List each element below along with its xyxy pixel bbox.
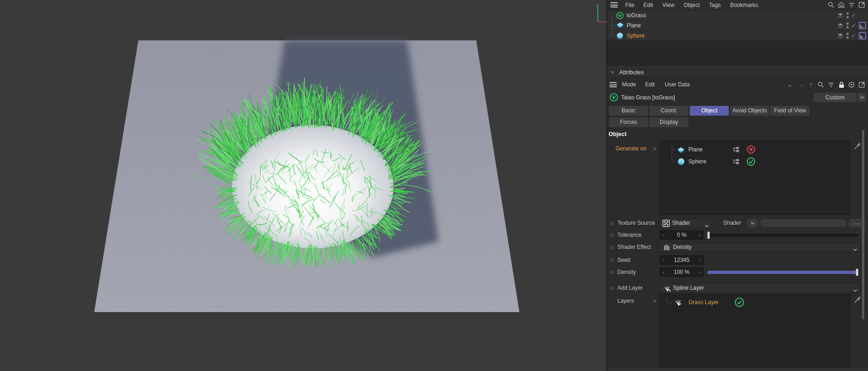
object-row-tograss[interactable]: toGrass ✓ (607, 10, 868, 20)
shader-field-label: Shader (723, 218, 741, 228)
popout-window-icon[interactable] (858, 1, 865, 8)
chevron-down-icon[interactable] (858, 93, 866, 102)
tab-field-of-view[interactable]: Field of View (771, 106, 810, 116)
object-label[interactable]: Plane (627, 20, 641, 31)
shader-link-field[interactable] (760, 219, 847, 227)
attributes-scrollbar[interactable] (862, 130, 864, 319)
expand-arrow-icon[interactable]: > (653, 296, 656, 306)
visibility-dots-icon[interactable] (846, 22, 849, 29)
layers-listbox[interactable]: Grass Layer (660, 294, 850, 368)
tab-display[interactable]: Display (649, 117, 688, 127)
menu-bookmarks[interactable]: Bookmarks (725, 0, 763, 10)
menu-object[interactable]: Object (679, 0, 705, 10)
shader-chevron-button[interactable] (746, 219, 758, 228)
texture-source-dropdown[interactable]: Shader (660, 218, 712, 228)
history-forward-icon[interactable]: → (797, 81, 804, 88)
keyframe-diamond-icon[interactable]: ◇ (610, 255, 614, 265)
density-slider[interactable] (707, 271, 858, 274)
increment-icon[interactable]: › (699, 231, 700, 239)
add-layer-dropdown[interactable]: Spline Layer (660, 283, 861, 293)
menu-view[interactable]: View (658, 0, 679, 10)
home-icon[interactable] (838, 1, 845, 8)
increment-icon[interactable]: › (699, 268, 700, 276)
keyframe-diamond-icon[interactable]: ◇ (610, 218, 614, 228)
history-back-icon[interactable]: ← (787, 81, 794, 88)
tolerance-slider[interactable] (707, 234, 858, 237)
layer-item-name[interactable]: Grass Layer (688, 296, 719, 308)
application-window: y File Edit View Object Tags Bookmarks (0, 0, 868, 371)
attr-menu-edit[interactable]: Edit (645, 78, 655, 91)
density-value[interactable]: 100 % (660, 268, 703, 276)
shader-effect-dropdown[interactable]: Density (660, 242, 861, 252)
layers-icon[interactable] (836, 22, 844, 30)
hierarchy-mode-icon[interactable] (732, 146, 740, 155)
hamburger-menu-icon[interactable] (610, 2, 618, 7)
search-icon[interactable] (817, 81, 825, 88)
included-status-icon[interactable] (734, 297, 745, 309)
seed-spinner[interactable]: ‹ 12345 › (660, 255, 704, 265)
tab-avoid-objects[interactable]: Avoid Objects (730, 106, 769, 116)
parent-up-icon[interactable]: ↑ (807, 81, 815, 88)
eyedropper-icon[interactable] (853, 142, 862, 150)
phong-tag-icon[interactable] (858, 32, 867, 40)
tab-basic[interactable]: Basic (609, 106, 648, 116)
generate-on-item-name[interactable]: Sphere (688, 156, 706, 168)
search-icon[interactable] (828, 1, 835, 8)
generate-on-item-sphere[interactable]: Sphere (660, 156, 850, 168)
phong-tag-icon[interactable] (858, 21, 867, 30)
popout-window-icon[interactable] (858, 81, 866, 88)
add-layer-value: Spline Layer (673, 284, 704, 293)
enabled-check-icon[interactable]: ✓ (850, 33, 857, 39)
seed-value[interactable]: 12345 (660, 256, 703, 264)
seed-label: Seed (617, 255, 630, 265)
generate-on-label[interactable]: Generate on (615, 144, 647, 153)
layers-icon[interactable] (836, 12, 844, 20)
target-icon[interactable] (848, 81, 855, 88)
scene-render (0, 0, 607, 371)
chevron-down-icon (853, 246, 857, 253)
generate-on-item-plane[interactable]: Plane (660, 143, 850, 156)
tolerance-spinner[interactable]: ‹ 0 % › (660, 230, 704, 240)
menu-edit[interactable]: Edit (639, 0, 658, 10)
preset-select[interactable]: Custom (814, 93, 856, 102)
density-spinner[interactable]: ‹ 100 % › (660, 267, 704, 277)
tolerance-value[interactable]: 0 % (660, 231, 703, 239)
enabled-check-icon[interactable]: ✓ (850, 22, 857, 29)
object-row-sphere[interactable]: Sphere ✓ (607, 31, 868, 41)
tab-object[interactable]: Object (690, 106, 729, 116)
included-status-icon[interactable] (746, 157, 756, 168)
density-label: Density (617, 267, 636, 277)
object-label-selected[interactable]: Sphere (627, 31, 645, 41)
attributes-hamburger-icon[interactable] (609, 82, 617, 87)
keyframe-diamond-icon[interactable]: ◇ (610, 242, 614, 252)
close-icon[interactable]: × (611, 67, 614, 78)
layers-icon[interactable] (836, 32, 844, 40)
eyedropper-icon[interactable] (853, 296, 862, 304)
menu-tags[interactable]: Tags (705, 0, 725, 10)
enabled-check-icon[interactable]: ✓ (850, 12, 857, 19)
section-title-object[interactable]: Object (609, 131, 627, 137)
viewport-3d[interactable]: y (0, 0, 607, 371)
tab-forces[interactable]: Forces (609, 117, 648, 127)
visibility-dots-icon[interactable] (846, 12, 849, 19)
generate-on-listbox[interactable]: Plane Sphere (660, 141, 850, 215)
menu-file[interactable]: File (621, 0, 639, 10)
increment-icon[interactable]: › (699, 256, 700, 264)
keyframe-diamond-icon[interactable]: ◇ (610, 283, 614, 293)
filter-icon[interactable] (828, 81, 835, 88)
attr-menu-userdata[interactable]: User Data (665, 78, 690, 91)
hierarchy-mode-icon[interactable] (732, 158, 740, 167)
keyframe-diamond-icon[interactable]: ◇ (610, 230, 614, 240)
filter-icon[interactable] (848, 1, 855, 8)
lock-icon[interactable] (838, 81, 845, 88)
object-row-plane[interactable]: Plane ✓ (607, 20, 868, 31)
keyframe-diamond-icon[interactable]: ◇ (610, 267, 614, 277)
expand-arrow-icon[interactable]: > (653, 144, 656, 153)
excluded-status-icon[interactable] (746, 145, 756, 156)
visibility-dots-icon[interactable] (846, 32, 849, 39)
generate-on-item-name[interactable]: Plane (688, 143, 703, 156)
layer-item-grass[interactable]: Grass Layer (660, 296, 850, 308)
object-label[interactable]: toGrass (627, 10, 646, 20)
attr-menu-mode[interactable]: Mode (622, 78, 636, 91)
tab-coord[interactable]: Coord. (649, 106, 688, 116)
